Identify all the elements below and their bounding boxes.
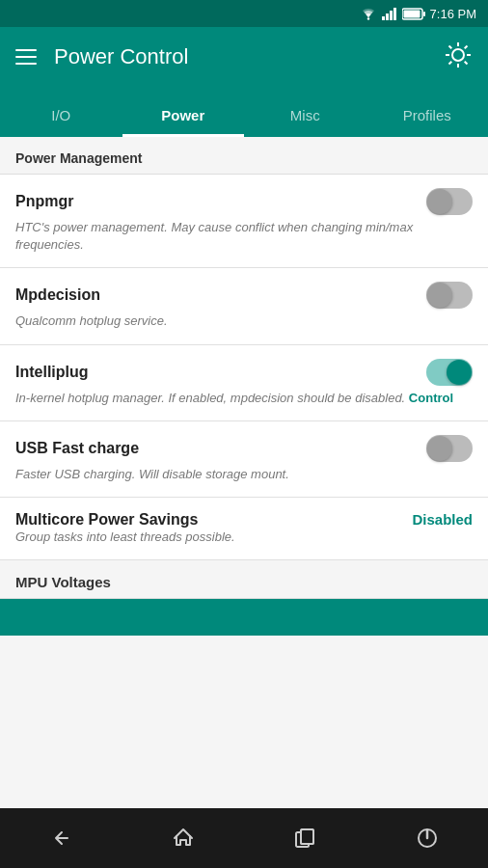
- power-icon: [415, 826, 440, 851]
- recents-icon: [294, 827, 315, 849]
- multicore-item: Multicore Power Savings Disabled Group t…: [0, 498, 488, 560]
- usb-fastcharge-thumb: [427, 436, 452, 461]
- recents-button[interactable]: [282, 815, 328, 861]
- time-display: 7:16 PM: [430, 7, 476, 21]
- mpdecision-item: Mpdecision Qualcomm hotplug service.: [0, 268, 488, 344]
- header-left: Power Control: [15, 44, 188, 69]
- usb-fastcharge-item: USB Fast charge Faster USB charging. Wil…: [0, 421, 488, 498]
- intelliplug-control-link[interactable]: Control: [409, 391, 453, 405]
- tab-misc[interactable]: Misc: [244, 107, 366, 137]
- usb-fastcharge-label: USB Fast charge: [15, 440, 139, 457]
- usb-fastcharge-toggle[interactable]: [426, 435, 473, 462]
- back-icon: [48, 826, 73, 851]
- menu-button[interactable]: [15, 49, 37, 65]
- status-bar: 7:16 PM: [0, 0, 488, 27]
- multicore-row: Multicore Power Savings Disabled: [15, 511, 473, 529]
- usb-fastcharge-row: USB Fast charge: [15, 435, 473, 462]
- svg-rect-4: [393, 8, 396, 20]
- intelliplug-item: Intelliplug In-kernel hotplug manager. I…: [0, 345, 488, 421]
- tab-bar: I/O Power Misc Profiles: [0, 87, 488, 137]
- svg-line-16: [449, 62, 452, 65]
- svg-line-15: [465, 46, 468, 49]
- multicore-value[interactable]: Disabled: [412, 511, 473, 528]
- brightness-icon: [444, 41, 473, 69]
- wifi-icon: [360, 7, 377, 20]
- svg-rect-2: [386, 14, 389, 20]
- home-icon: [171, 826, 196, 851]
- svg-point-0: [366, 17, 368, 19]
- intelliplug-desc: In-kernel hotplug manager. If enabled, m…: [15, 390, 473, 407]
- intelliplug-toggle[interactable]: [426, 359, 473, 386]
- mpdecision-label: Mpdecision: [15, 286, 100, 304]
- app-header: Power Control: [0, 27, 488, 87]
- intelliplug-label: Intelliplug: [15, 364, 89, 381]
- battery-icon: [402, 8, 425, 20]
- tab-power[interactable]: Power: [122, 107, 245, 137]
- mpdecision-row: Mpdecision: [15, 282, 473, 309]
- tab-io[interactable]: I/O: [0, 107, 122, 137]
- brightness-button[interactable]: [444, 41, 473, 73]
- usb-fastcharge-track: [426, 435, 473, 462]
- signal-icon: [382, 7, 397, 20]
- app-title: Power Control: [54, 44, 188, 69]
- back-button[interactable]: [38, 815, 84, 861]
- svg-line-13: [449, 46, 452, 49]
- power-management-section-header: Power Management: [0, 137, 488, 175]
- svg-rect-18: [301, 829, 313, 844]
- svg-rect-7: [403, 10, 420, 17]
- svg-point-8: [452, 49, 464, 61]
- svg-rect-6: [423, 12, 425, 16]
- home-button[interactable]: [160, 815, 206, 861]
- power-button[interactable]: [404, 815, 450, 861]
- pnpmgr-desc: HTC's power management. May cause confli…: [15, 219, 473, 254]
- tab-profiles[interactable]: Profiles: [366, 107, 489, 137]
- mpdecision-toggle[interactable]: [426, 282, 473, 309]
- pnpmgr-label: Pnpmgr: [15, 193, 73, 210]
- pnpmgr-item: Pnpmgr HTC's power management. May cause…: [0, 175, 488, 268]
- multicore-desc: Group tasks into least threads possible.: [15, 529, 473, 546]
- intelliplug-row: Intelliplug: [15, 359, 473, 386]
- bottom-navigation: [0, 808, 488, 868]
- mpdecision-desc: Qualcomm hotplug service.: [15, 312, 473, 330]
- multicore-label: Multicore Power Savings: [15, 511, 402, 529]
- svg-rect-1: [382, 16, 385, 20]
- pnpmgr-row: Pnpmgr: [15, 188, 473, 215]
- mpu-voltages-label: MPU Voltages: [15, 574, 111, 590]
- mpu-content-bar: [0, 599, 488, 636]
- content-area: Power Management Pnpmgr HTC's power mana…: [0, 137, 488, 808]
- mpdecision-track: [426, 282, 473, 309]
- usb-fastcharge-desc: Faster USB charging. Will disable storag…: [15, 466, 473, 483]
- pnpmgr-thumb: [427, 189, 452, 214]
- intelliplug-thumb: [447, 360, 472, 385]
- mpu-voltages-section: MPU Voltages: [0, 560, 488, 599]
- status-icons: 7:16 PM: [360, 7, 476, 21]
- mpdecision-thumb: [427, 283, 452, 308]
- intelliplug-track: [426, 359, 473, 386]
- pnpmgr-toggle[interactable]: [426, 188, 473, 215]
- svg-line-14: [465, 62, 468, 65]
- svg-rect-3: [390, 11, 393, 20]
- pnpmgr-track: [426, 188, 473, 215]
